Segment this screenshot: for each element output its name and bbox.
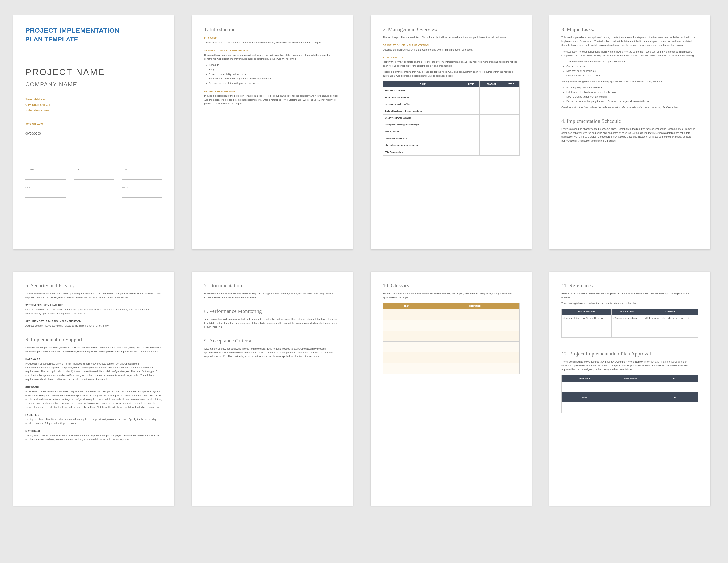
references-table: DOCUMENT NAME DESCRIPTION LOCATION <Docu… [561,309,698,338]
section-8-body: Take this section to describe what tools… [204,317,341,329]
impl-desc-heading: DESCRIPTION OF IMPLEMENTATION [383,44,520,47]
poc-heading: POINTS OF CONTACT [383,56,520,59]
facilities-text: Identify the physical facilities and acc… [25,418,162,425]
version-label: Version 0.0.0 [25,122,162,125]
sig-title: TITLE [74,168,114,171]
poc-below: Record below the contacts that may be ne… [383,70,520,78]
section-12-body: The undersigned acknowledge that they ha… [561,360,698,372]
hardware-heading: HARDWARE [25,358,162,361]
address-line2: City, State and Zip [25,102,162,108]
materials-text: Identify any implementation- or operatio… [25,434,162,441]
address-web: webaddress.com [25,107,162,113]
section-3-para2: The description for each task should ide… [561,50,698,58]
contacts-table: ROLE NAME CONTACT TITLE BUSINESS SPONSOR… [383,81,520,156]
section-3-end: Consider a structure that outlines the t… [561,105,698,109]
page-glossary: 10. Glossary For each word/term that may… [371,271,532,506]
section-3-mid: Identify any dictating factors such as t… [561,80,698,84]
project-desc-heading: PROJECT DESCRIPTION [204,90,341,93]
software-heading: SOFTWARE [25,386,162,388]
project-desc-text: Provide a description of the project in … [204,94,341,106]
section-11-body1: Refer to and list all other references, … [561,292,698,300]
section-2-intro: This section provides a description of h… [383,36,520,39]
section-11-body2: The following table summarizes the docum… [561,302,698,306]
section-12-heading: 12. Project Implementation Plan Approval [561,351,698,357]
assumptions-heading: ASSUMPTIONS AND CONSTRAINTS [204,49,341,52]
section-6-intro: Describe any support hardware, software,… [25,346,162,354]
section-10-heading: 10. Glossary [383,283,520,289]
section-7-body: Documentation Plans address any material… [204,292,341,300]
section-4-body: Provide a schedule of activities to be a… [561,127,698,143]
purpose-text: This document is intended for the use by… [204,41,341,45]
page-major-tasks: 3. Major Tasks: This section provides a … [549,15,710,249]
software-text: Provide a list of the developers/softwar… [25,390,162,409]
assumptions-text: Describe the assumptions made regarding … [204,53,341,61]
project-name: PROJECT NAME [25,67,162,77]
section-5-heading: 5. Security and Privacy [25,283,162,289]
section-4-heading: 4. Implementation Schedule [561,118,698,124]
date-label: 00/00/0000 [25,132,162,135]
page-cover: PROJECT IMPLEMENTATION PLAN TEMPLATE PRO… [13,15,174,249]
sec-features-heading: SYSTEM SECURITY FEATURES [25,304,162,307]
section-11-heading: 11. References [561,283,698,289]
sec-features-text: Offer an overview and a discussion of th… [25,308,162,316]
template-title-line2: PLAN TEMPLATE [25,36,162,43]
template-title-line1: PROJECT IMPLEMENTATION [25,26,162,34]
section-3-list1: Implementation relevance/timing of propo… [561,59,698,78]
sec-during-heading: SECURITY SETUP DURING IMPLEMENTATION [25,320,162,323]
sig-date: DATE [122,168,162,171]
section-6-heading: 6. Implementation Support [25,337,162,343]
section-3-heading: 3. Major Tasks: [561,26,698,32]
page-docs-monitoring: 7. Documentation Documentation Plans add… [192,271,353,506]
address-line1: Street Address [25,97,162,102]
page-management-overview: 2. Management Overview This section prov… [371,15,532,249]
address-block: Street Address City, State and Zip webad… [25,97,162,113]
impl-desc-text: Describe the planned deployment, sequenc… [383,48,520,52]
section-1-heading: 1. Introduction [204,26,341,32]
section-10-body: For each word/term that may not be known… [383,292,520,300]
section-3-intro: This section provides a description of t… [561,36,698,47]
company-name: COMPANY NAME [25,81,162,88]
sig-phone: PHONE [122,186,162,188]
signature-row-1: AUTHOR TITLE DATE [25,168,162,180]
facilities-heading: FACILITIES [25,414,162,416]
page-security-support: 5. Security and Privacy Include an overv… [13,271,174,506]
sig-email: EMAIL [25,186,66,188]
hardware-text: Provide a list of support equipment. Thi… [25,362,162,381]
section-5-intro: Include an overview of the system securi… [25,292,162,300]
purpose-heading: PURPOSE [204,37,341,39]
section-3-list2: Providing required documentation Establi… [561,85,698,104]
page-introduction: 1. Introduction PURPOSE This document is… [192,15,353,249]
signature-row-2: EMAIL PHONE [25,186,162,197]
section-9-heading: 9. Acceptance Criteria [204,338,341,344]
section-9-body: Acceptance Criteria, not otherwise alter… [204,347,341,359]
page-references-approval: 11. References Refer to and list all oth… [549,271,710,506]
sec-during-text: Address security issues specifically rel… [25,324,162,328]
sig-author: AUTHOR [25,168,66,171]
assumptions-list: Schedule Budget Resource availability an… [204,63,341,86]
glossary-table: TERM DEFINITION [383,303,520,374]
section-7-heading: 7. Documentation [204,283,341,289]
section-8-heading: 8. Performance Monitoring [204,308,341,314]
materials-heading: MATERIALS [25,430,162,432]
poc-text: Identify the primary contacts and the ro… [383,60,520,68]
approval-table: SIGNATURE PRINTED NAME TITLE DATE ROLE [561,375,698,413]
section-2-heading: 2. Management Overview [383,26,520,32]
